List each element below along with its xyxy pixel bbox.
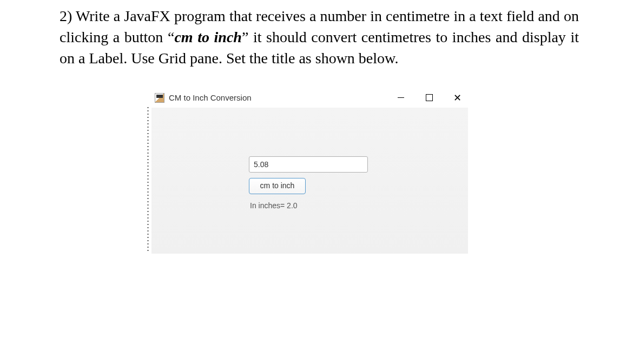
- window-container: CM to Inch Conversion ✕ cm to inch In in…: [151, 88, 468, 254]
- application-window: CM to Inch Conversion ✕ cm to inch In in…: [151, 88, 468, 254]
- java-app-icon: [155, 93, 164, 103]
- window-content: cm to inch In inches= 2.0: [151, 108, 468, 254]
- quote-close: ”: [242, 29, 248, 45]
- window-titlebar: CM to Inch Conversion ✕: [151, 88, 468, 108]
- titlebar-controls: ✕: [395, 92, 463, 103]
- quote-open: “: [168, 29, 174, 45]
- grid-pane: cm to inch In inches= 2.0: [249, 156, 368, 211]
- convert-button[interactable]: cm to inch: [249, 178, 306, 194]
- emphasized-phrase: cm to inch: [174, 29, 242, 45]
- result-label: In inches= 2.0: [249, 200, 368, 211]
- ruler-gutter: [147, 107, 149, 253]
- question-number: 2): [60, 8, 72, 24]
- window-title: CM to Inch Conversion: [169, 92, 252, 103]
- maximize-button[interactable]: [424, 92, 434, 103]
- close-button[interactable]: ✕: [452, 92, 463, 103]
- minimize-button[interactable]: [395, 92, 406, 103]
- cm-input[interactable]: [249, 156, 368, 173]
- titlebar-left: CM to Inch Conversion: [155, 92, 252, 103]
- question-text: 2) Write a JavaFX program that receives …: [60, 5, 579, 69]
- convert-button-label: cm to inch: [260, 181, 295, 191]
